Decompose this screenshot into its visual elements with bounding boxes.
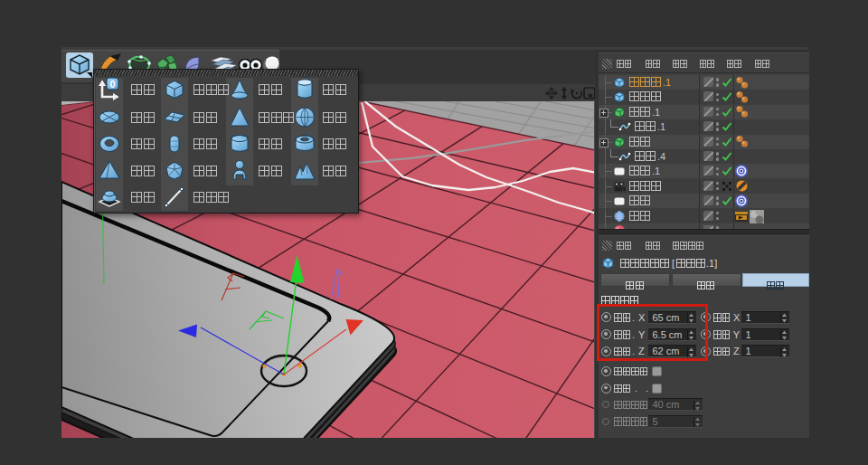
svg-text:0: 0 bbox=[109, 79, 115, 90]
